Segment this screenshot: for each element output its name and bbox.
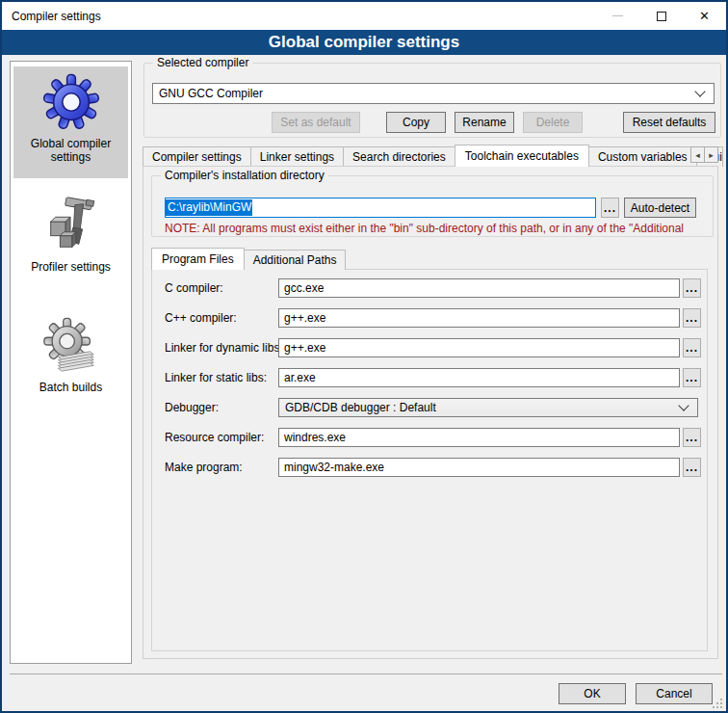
minimize-icon <box>596 2 639 30</box>
subtab-additional-paths[interactable]: Additional Paths <box>244 250 347 270</box>
sidebar-item-label: Profiler settings <box>31 260 111 274</box>
make-program-label: Make program: <box>165 461 243 474</box>
main-content: Selected compiler GNU GCC Compiler Set a… <box>143 55 722 711</box>
bin-subdirectory-note: NOTE: All programs must exist either in … <box>165 222 704 235</box>
dialog-header: Global compiler settings <box>2 30 726 55</box>
selected-compiler-group: Selected compiler GNU GCC Compiler Set a… <box>143 63 721 138</box>
cancel-button[interactable]: Cancel <box>636 683 713 704</box>
sidebar-item-label: Batch builds <box>39 381 102 394</box>
installation-directory-group: Compiler's installation directory C:\ray… <box>151 175 714 237</box>
tab-search-directories[interactable]: Search directories <box>343 146 455 167</box>
sidebar-item-batch-builds[interactable]: Batch builds <box>13 310 128 407</box>
linker-dynamic-label: Linker for dynamic libs: <box>165 341 283 355</box>
compiler-tabs: Compiler settings Linker settings Search… <box>143 145 722 167</box>
delete-button: Delete <box>523 112 583 133</box>
cpp-compiler-label: C++ compiler: <box>165 311 237 325</box>
linker-static-input[interactable] <box>278 368 680 387</box>
tab-compiler-settings[interactable]: Compiler settings <box>143 146 251 167</box>
resource-compiler-label: Resource compiler: <box>165 431 264 444</box>
tab-linker-settings[interactable]: Linker settings <box>250 146 344 167</box>
window-controls: ✕ <box>596 2 726 30</box>
titlebar[interactable]: Compiler settings ✕ <box>2 2 726 30</box>
copy-button[interactable]: Copy <box>386 112 446 133</box>
chevron-down-icon <box>694 86 705 96</box>
debugger-select[interactable]: GDB/CDB debugger : Default <box>278 398 698 417</box>
tab-scroll-left-icon[interactable]: ◂ <box>690 146 705 163</box>
resize-grip-icon[interactable] <box>712 698 723 709</box>
compiler-select-value: GNU GCC Compiler <box>159 87 690 100</box>
installation-directory-input[interactable]: C:\raylib\MinGW <box>165 198 596 218</box>
resource-compiler-browse-button[interactable]: ... <box>683 428 701 447</box>
window-title: Compiler settings <box>12 10 101 23</box>
subtab-program-files[interactable]: Program Files <box>151 248 245 270</box>
compiler-select[interactable]: GNU GCC Compiler <box>152 83 715 104</box>
footer-divider <box>10 673 722 674</box>
toolchain-executables-panel: Compiler's installation directory C:\ray… <box>143 166 718 659</box>
debugger-label: Debugger: <box>165 401 219 414</box>
selected-compiler-group-label: Selected compiler <box>153 56 252 69</box>
auto-detect-button[interactable]: Auto-detect <box>624 198 696 218</box>
selected-text: C:\raylib\MinGW <box>166 199 252 216</box>
sidebar-item-profiler-settings[interactable]: Profiler settings <box>13 190 128 286</box>
debugger-select-value: GDB/CDB debugger : Default <box>285 401 674 414</box>
settings-sidebar: Global compiler settings <box>10 61 132 664</box>
tab-toolchain-executables[interactable]: Toolchain executables <box>455 145 589 167</box>
maximize-icon[interactable] <box>639 2 683 30</box>
blue-gear-icon <box>41 72 101 135</box>
set-as-default-button: Set as default <box>272 112 360 133</box>
installation-directory-browse-button[interactable]: ... <box>601 198 619 218</box>
linker-dynamic-browse-button[interactable]: ... <box>683 338 701 357</box>
make-program-input[interactable] <box>278 458 680 477</box>
linker-static-browse-button[interactable]: ... <box>683 368 701 387</box>
make-program-browse-button[interactable]: ... <box>683 458 701 477</box>
close-icon[interactable]: ✕ <box>683 2 726 30</box>
installation-directory-group-label: Compiler's installation directory <box>161 169 328 182</box>
linker-static-label: Linker for static libs: <box>165 371 267 384</box>
linker-dynamic-input[interactable] <box>278 338 680 357</box>
compiler-settings-dialog: Compiler settings ✕ Global compiler sett… <box>0 0 728 713</box>
rename-button[interactable]: Rename <box>455 112 514 133</box>
caliper-icon <box>41 196 101 258</box>
reset-defaults-button[interactable]: Reset defaults <box>623 112 715 133</box>
sidebar-item-label: Global compiler settings <box>13 137 128 164</box>
chevron-down-icon <box>678 400 689 410</box>
cpp-compiler-input[interactable] <box>278 308 680 328</box>
tab-custom-variables[interactable]: Custom variables <box>588 146 697 167</box>
c-compiler-input[interactable] <box>278 278 680 298</box>
resource-compiler-input[interactable] <box>278 428 680 447</box>
program-files-panel: C compiler: ... C++ compiler: ... Linker… <box>151 269 708 651</box>
ok-button[interactable]: OK <box>559 683 626 704</box>
page-title: Global compiler settings <box>269 33 459 52</box>
program-tabs: Program Files Additional Paths <box>151 248 345 270</box>
cpp-compiler-browse-button[interactable]: ... <box>683 308 701 328</box>
tab-scroll-right-icon[interactable]: ▸ <box>704 146 718 163</box>
c-compiler-label: C compiler: <box>165 281 223 295</box>
c-compiler-browse-button[interactable]: ... <box>683 278 701 298</box>
gray-gear-stack-icon <box>41 316 101 379</box>
sidebar-item-global-compiler-settings[interactable]: Global compiler settings <box>13 66 128 178</box>
